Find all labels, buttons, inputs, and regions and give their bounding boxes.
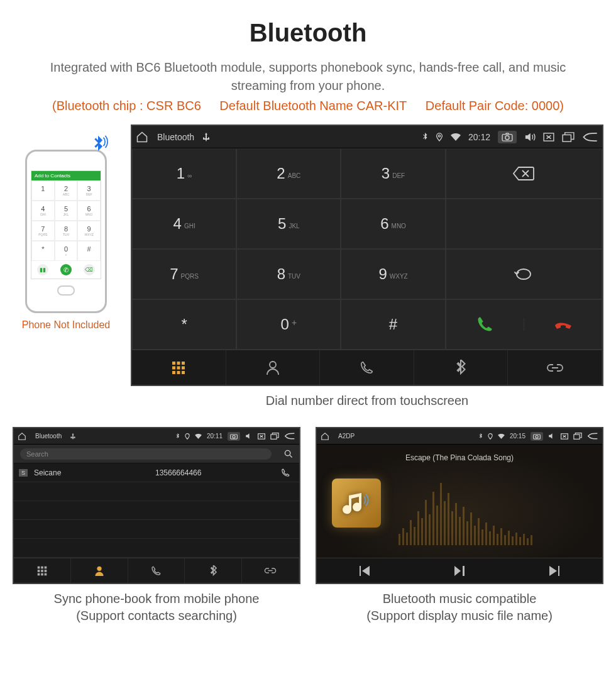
svg-rect-24 (41, 570, 43, 572)
svg-point-14 (270, 362, 276, 368)
mu-back-icon[interactable] (587, 433, 598, 440)
mu-title: A2DP (338, 433, 355, 440)
usb-icon (203, 133, 209, 141)
wifi-icon (451, 133, 461, 141)
redial-button[interactable] (446, 249, 602, 299)
call-contact-icon[interactable] (277, 468, 294, 477)
svg-point-2 (505, 135, 509, 139)
bluetooth-signal-icon (87, 134, 109, 155)
pb-bt-status-icon (175, 433, 180, 440)
spec-name: Default Bluetooth Name CAR-KIT (219, 99, 407, 113)
phone-mockup-column: Add to Contacts 1 2ABC3DEF 4GHI5JKL6MNO … (13, 150, 119, 331)
prev-track-button[interactable] (317, 558, 412, 583)
pb-screenshot-icon[interactable] (228, 432, 240, 441)
pb-wifi-icon (195, 434, 202, 439)
dial-key-9[interactable]: 9WXYZ (341, 249, 445, 299)
dial-key-2[interactable]: 2ABC (236, 148, 341, 199)
svg-rect-22 (45, 566, 47, 568)
mu-screenshot-icon[interactable] (531, 432, 543, 441)
mu-home-icon[interactable] (321, 432, 329, 441)
pb-tab-recents[interactable] (128, 558, 185, 583)
dial-key-0[interactable]: 0+ (236, 299, 341, 350)
spec-code: Default Pair Code: 0000) (426, 99, 564, 113)
dial-key-1[interactable]: 1∞ (132, 148, 236, 199)
music-device: A2DP 20:15 Escape (The Pina Colada Song) (316, 427, 603, 584)
music-visualizer: Escape (The Pina Colada Song) (317, 445, 602, 558)
backspace-button[interactable] (446, 148, 602, 199)
spec-line: (Bluetooth chip : CSR BC6 Default Blueto… (0, 95, 616, 124)
pb-back-icon[interactable] (284, 433, 295, 440)
dial-key-hash[interactable]: # (341, 299, 445, 350)
svg-rect-27 (41, 573, 43, 575)
mu-close-icon[interactable] (561, 433, 568, 440)
svg-rect-25 (45, 570, 47, 572)
tab-bluetooth[interactable] (414, 350, 509, 385)
dial-key-6[interactable]: 6MNO (341, 199, 445, 249)
phone-device: Add to Contacts 1 2ABC3DEF 4GHI5JKL6MNO … (25, 150, 107, 313)
dial-key-4[interactable]: 4GHI (132, 199, 236, 249)
close-app-icon[interactable] (543, 133, 554, 141)
search-icon[interactable] (278, 450, 299, 458)
dialer-caption: Dial number direct from touchscreen (131, 386, 603, 421)
screenshot-icon[interactable] (498, 131, 517, 143)
phone-home-button (57, 285, 75, 296)
dial-pad: 1∞ 2ABC 3DEF 4GHI 5JKL 6MNO 7PQRS 8TUV 9… (132, 148, 602, 350)
album-art (332, 479, 381, 528)
dial-key-8[interactable]: 8TUV (236, 249, 341, 299)
page-title: Bluetooth (0, 0, 616, 58)
pb-tab-contacts[interactable] (71, 558, 128, 583)
phonebook-search-input[interactable]: Search (20, 448, 272, 460)
recents-icon[interactable] (562, 132, 575, 142)
svg-rect-18 (271, 434, 277, 439)
phonebook-device: Bluetooth 20:11 Search (13, 427, 300, 584)
dial-key-7[interactable]: 7PQRS (132, 249, 236, 299)
phonebook-caption: Sync phone-book from mobile phone(Suppor… (13, 584, 300, 636)
contact-name: Seicane (34, 468, 155, 477)
call-button[interactable] (446, 316, 524, 333)
dial-key-star[interactable]: * (132, 299, 236, 350)
svg-rect-26 (38, 573, 40, 575)
volume-icon[interactable] (524, 132, 536, 142)
pb-usb-icon (70, 433, 75, 440)
mu-clock: 20:15 (510, 433, 525, 440)
pb-recents-icon[interactable] (270, 433, 279, 440)
pb-tab-bluetooth[interactable] (185, 558, 242, 583)
dial-empty-1 (446, 199, 602, 249)
pb-tab-pair[interactable] (242, 558, 299, 583)
pb-volume-icon[interactable] (245, 433, 253, 440)
phone-not-included-label: Phone Not Included (13, 319, 119, 331)
contact-row[interactable]: S Seicane 13566664466 (14, 463, 299, 482)
mu-wifi-icon (498, 434, 505, 439)
back-icon[interactable] (582, 132, 598, 142)
dial-key-5[interactable]: 5JKL (236, 199, 341, 249)
play-pause-button[interactable] (412, 558, 507, 583)
mu-volume-icon[interactable] (548, 433, 556, 440)
tab-contacts[interactable] (226, 350, 321, 385)
svg-rect-33 (574, 434, 580, 439)
svg-rect-21 (41, 566, 43, 568)
contact-number: 13566664466 (155, 468, 277, 477)
tab-keypad[interactable] (132, 350, 226, 385)
mu-recents-icon[interactable] (573, 433, 582, 440)
tab-pair[interactable] (508, 350, 602, 385)
music-caption: Bluetooth music compatible(Support displ… (316, 584, 603, 636)
location-icon (436, 133, 443, 141)
svg-point-31 (536, 435, 538, 438)
song-title: Escape (The Pina Colada Song) (317, 453, 602, 462)
dialer-nav-tabs (132, 350, 602, 385)
next-track-button[interactable] (507, 558, 602, 583)
phone-screen-header: Add to Contacts (31, 171, 101, 180)
pb-tab-keypad[interactable] (14, 558, 71, 583)
home-icon[interactable] (136, 131, 148, 143)
svg-point-19 (285, 450, 290, 455)
svg-point-29 (97, 566, 101, 570)
pb-home-icon[interactable] (18, 432, 26, 441)
pb-close-icon[interactable] (258, 433, 265, 440)
dialer-device: Bluetooth 20:12 1∞ 2ABC 3D (131, 124, 603, 386)
dial-key-3[interactable]: 3DEF (341, 148, 445, 199)
hangup-button[interactable] (524, 318, 602, 331)
dialer-topbar: Bluetooth 20:12 (132, 126, 602, 148)
tab-recents[interactable] (320, 350, 414, 385)
svg-rect-7 (182, 362, 185, 365)
svg-rect-8 (172, 366, 175, 369)
